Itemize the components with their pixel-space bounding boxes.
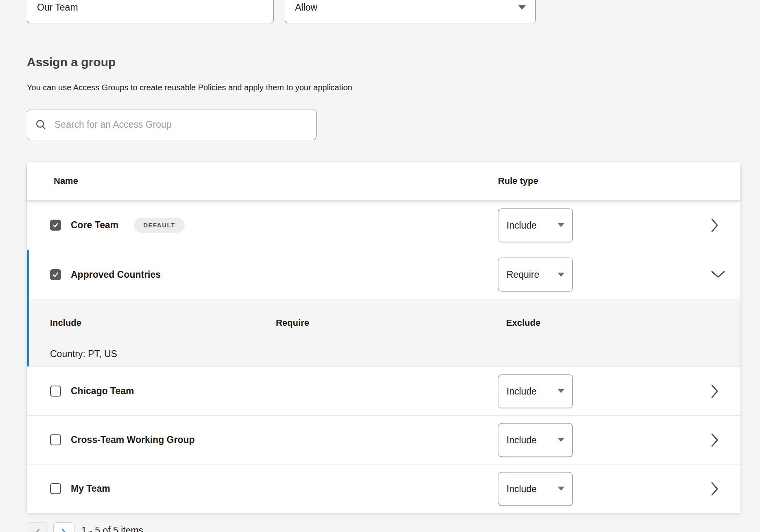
rule-type-value: Include <box>507 434 537 445</box>
table-row-chicago-team[interactable]: Chicago Team Include <box>27 366 740 415</box>
policy-name-value: Our Team <box>37 2 78 13</box>
search-input[interactable] <box>54 119 308 131</box>
column-header-name: Name <box>27 176 78 186</box>
table-row-group-approved-countries: Approved Countries Require Include Requi… <box>27 250 740 366</box>
table-header: Name Rule type <box>27 162 740 201</box>
rule-type-value: Include <box>507 386 537 397</box>
group-name: Cross-Team Working Group <box>71 434 195 445</box>
check-icon <box>52 271 59 278</box>
pagination-next-button[interactable] <box>53 522 74 532</box>
rule-type-select[interactable]: Include <box>498 472 573 506</box>
chevron-down-icon <box>558 223 564 227</box>
exclude-column-label: Exclude <box>506 318 540 328</box>
include-rule-value: Country: PT, US <box>50 349 117 360</box>
table-row-core-team[interactable]: Core Team DEFAULT Include <box>27 201 740 250</box>
column-header-rule-type: Rule type <box>498 176 538 186</box>
group-name: Core Team <box>71 220 118 231</box>
chevron-down-icon <box>518 5 526 10</box>
group-name: Chicago Team <box>71 386 134 397</box>
group-name: Approved Countries <box>71 269 161 280</box>
policy-name-field[interactable]: Our Team <box>27 0 274 23</box>
chevron-down-icon <box>558 487 564 491</box>
pagination-summary: 1 - 5 of 5 items <box>81 525 143 532</box>
page-title: Assign a group <box>27 55 116 69</box>
action-value: Allow <box>295 2 317 13</box>
check-icon <box>52 222 59 229</box>
access-groups-table: Name Rule type Core Team DEFAULT Include <box>27 162 740 513</box>
default-badge: DEFAULT <box>134 218 185 233</box>
table-row-approved-countries[interactable]: Approved Countries Require <box>29 250 740 299</box>
section-description: You can use Access Groups to create reus… <box>27 83 352 92</box>
row-checkbox[interactable] <box>50 483 61 494</box>
chevron-down-icon <box>558 389 564 393</box>
chevron-down-icon <box>558 273 564 277</box>
rule-type-value: Require <box>507 269 539 280</box>
rule-type-value: Include <box>507 220 537 231</box>
chevron-right-icon[interactable] <box>710 432 719 448</box>
row-checkbox[interactable] <box>50 434 61 445</box>
group-name: My Team <box>71 483 110 494</box>
chevron-up-collapse-icon[interactable] <box>710 270 726 279</box>
search-icon <box>35 119 46 130</box>
action-dropdown[interactable]: Allow <box>285 0 536 23</box>
rule-type-select[interactable]: Include <box>498 208 573 242</box>
include-column-label: Include <box>50 318 81 328</box>
chevron-right-icon[interactable] <box>710 384 719 399</box>
chevron-right-icon[interactable] <box>710 218 719 233</box>
pagination-previous-button <box>27 522 48 532</box>
table-row-my-team[interactable]: My Team Include <box>27 464 740 513</box>
chevron-left-icon <box>35 528 40 532</box>
row-checkbox[interactable] <box>50 269 61 280</box>
rule-type-value: Include <box>507 483 537 494</box>
group-rule-details: Include Require Exclude Country: PT, US <box>29 299 740 366</box>
row-checkbox[interactable] <box>50 386 61 397</box>
table-row-cross-team-working-group[interactable]: Cross-Team Working Group Include <box>27 415 740 464</box>
rule-type-select[interactable]: Include <box>498 423 573 457</box>
chevron-right-icon <box>61 528 67 532</box>
require-column-label: Require <box>276 318 309 328</box>
access-group-search[interactable] <box>27 109 317 140</box>
chevron-right-icon[interactable] <box>710 481 719 497</box>
row-checkbox[interactable] <box>50 220 61 231</box>
rule-type-select[interactable]: Include <box>498 374 573 408</box>
rule-type-select[interactable]: Require <box>498 258 573 292</box>
chevron-down-icon <box>558 438 564 442</box>
